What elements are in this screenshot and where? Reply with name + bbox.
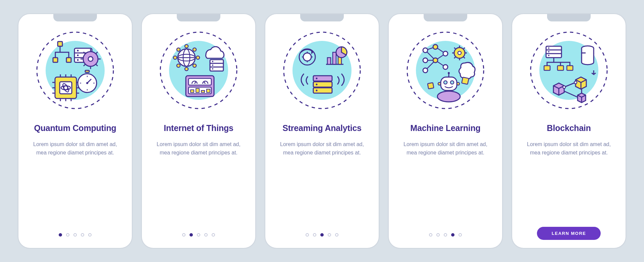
learn-more-button[interactable]: LEARN MORE xyxy=(537,227,601,240)
svg-point-109 xyxy=(443,51,448,56)
page-indicator xyxy=(389,233,502,237)
svg-rect-73 xyxy=(201,90,205,92)
svg-rect-130 xyxy=(428,83,434,89)
card-description: Lorem ipsum dolor sit dim amet ad, mea r… xyxy=(525,140,612,157)
svg-point-105 xyxy=(423,58,428,63)
svg-rect-139 xyxy=(544,66,550,70)
svg-point-94 xyxy=(316,90,318,91)
card-title: Internet of Things xyxy=(164,123,233,133)
dot[interactable] xyxy=(451,233,454,237)
card-title: Blockchain xyxy=(547,123,591,133)
svg-point-59 xyxy=(193,64,196,67)
card-description: Lorem ipsum dolor sit dim amet ad, mea r… xyxy=(155,140,242,157)
card-description: Lorem ipsum dolor sit dim amet ad, mea r… xyxy=(402,140,489,157)
dot[interactable] xyxy=(306,233,309,237)
svg-point-64 xyxy=(212,65,213,66)
dot[interactable] xyxy=(182,233,185,237)
dot[interactable] xyxy=(81,233,84,237)
svg-point-7 xyxy=(77,59,79,61)
svg-point-112 xyxy=(458,51,461,55)
svg-point-6 xyxy=(77,55,79,56)
page-indicator xyxy=(265,233,379,237)
svg-rect-19 xyxy=(53,58,58,62)
svg-point-110 xyxy=(443,65,448,69)
svg-rect-86 xyxy=(333,52,336,64)
svg-point-104 xyxy=(423,48,428,53)
svg-point-9 xyxy=(88,57,93,61)
onboarding-card: Quantum Computing Lorem ipsum dolor sit … xyxy=(18,13,132,249)
svg-point-123 xyxy=(444,81,447,84)
svg-point-55 xyxy=(196,56,200,59)
phone-notch xyxy=(177,14,220,21)
card-description: Lorem ipsum dolor sit dim amet ad, mea r… xyxy=(278,140,366,157)
svg-point-63 xyxy=(212,61,213,62)
svg-point-54 xyxy=(173,56,177,59)
onboarding-card: Blockchain Lorem ipsum dolor sit dim ame… xyxy=(512,13,626,249)
svg-rect-22 xyxy=(60,82,72,94)
dot[interactable] xyxy=(190,233,193,237)
svg-point-92 xyxy=(316,78,318,79)
onboarding-card: Machine Learning Lorem ipsum dolor sit d… xyxy=(388,13,503,249)
dot[interactable] xyxy=(436,233,440,237)
svg-point-52 xyxy=(185,45,188,48)
svg-point-53 xyxy=(185,67,188,71)
svg-point-57 xyxy=(193,48,196,51)
card-title: Machine Learning xyxy=(410,123,480,133)
svg-point-128 xyxy=(457,82,460,85)
svg-rect-18 xyxy=(58,42,62,46)
dot[interactable] xyxy=(59,233,62,237)
svg-point-108 xyxy=(433,58,438,63)
card-description: Lorem ipsum dolor sit dim amet ad, mea r… xyxy=(32,140,119,157)
svg-rect-85 xyxy=(327,58,331,64)
phone-notch xyxy=(53,14,97,21)
svg-rect-71 xyxy=(191,90,194,92)
dot[interactable] xyxy=(66,233,69,237)
dot[interactable] xyxy=(204,233,208,237)
svg-point-93 xyxy=(316,84,318,85)
svg-point-126 xyxy=(448,72,450,74)
svg-rect-140 xyxy=(557,66,564,70)
svg-point-79 xyxy=(303,53,311,61)
onboarding-carousel: Quantum Computing Lorem ipsum dolor sit … xyxy=(0,0,644,262)
svg-point-56 xyxy=(177,48,180,51)
dot[interactable] xyxy=(320,233,324,237)
svg-point-121 xyxy=(437,91,460,102)
svg-point-153 xyxy=(574,81,577,84)
card-title: Streaming Analytics xyxy=(282,123,362,133)
svg-point-152 xyxy=(563,86,566,88)
dot[interactable] xyxy=(313,233,316,237)
phone-notch xyxy=(547,14,591,21)
svg-rect-60 xyxy=(210,60,223,71)
dot[interactable] xyxy=(73,233,77,237)
svg-point-124 xyxy=(450,81,454,84)
svg-rect-122 xyxy=(441,77,457,90)
card-title: Quantum Computing xyxy=(34,123,116,133)
dot[interactable] xyxy=(335,233,338,237)
svg-rect-41 xyxy=(85,70,89,72)
onboarding-card: Internet of Things Lorem ipsum dolor sit… xyxy=(141,13,256,249)
dot[interactable] xyxy=(212,233,215,237)
svg-point-106 xyxy=(423,68,428,73)
svg-point-107 xyxy=(433,45,438,49)
svg-point-137 xyxy=(548,51,549,53)
dot[interactable] xyxy=(459,233,462,237)
dot[interactable] xyxy=(197,233,200,237)
dot[interactable] xyxy=(429,233,432,237)
svg-point-136 xyxy=(548,48,549,49)
blockchain-icon xyxy=(525,27,612,114)
dot[interactable] xyxy=(328,233,331,237)
dot[interactable] xyxy=(88,233,92,237)
svg-rect-20 xyxy=(66,58,71,62)
svg-rect-141 xyxy=(567,66,573,70)
onboarding-card: Streaming Analytics Lorem ipsum dolor si… xyxy=(265,13,379,249)
page-indicator xyxy=(18,233,132,237)
svg-point-5 xyxy=(77,50,79,52)
page-indicator xyxy=(142,233,255,237)
svg-point-58 xyxy=(177,64,180,67)
svg-point-127 xyxy=(438,82,441,85)
dot[interactable] xyxy=(444,233,447,237)
svg-rect-72 xyxy=(196,88,199,92)
svg-point-65 xyxy=(212,68,213,70)
machine-learning-icon xyxy=(402,27,489,114)
streaming-analytics-icon xyxy=(278,27,366,114)
